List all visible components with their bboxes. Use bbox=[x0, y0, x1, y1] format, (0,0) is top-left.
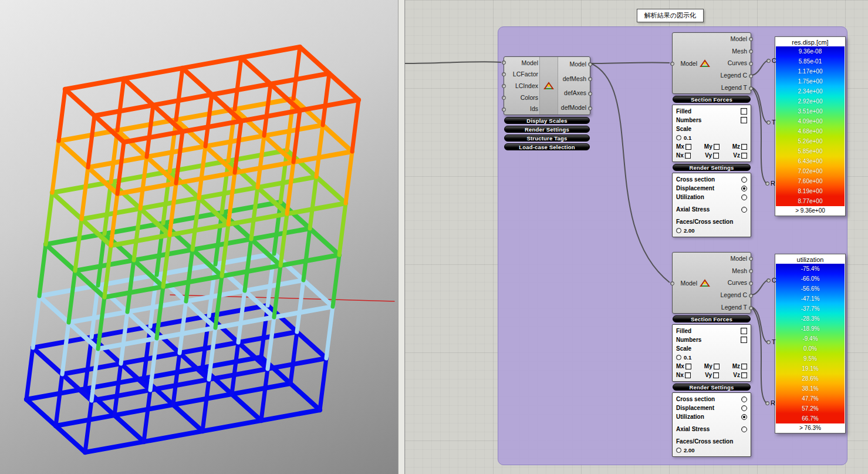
output-grip-legend-c[interactable] bbox=[749, 74, 753, 78]
output-grip-legend-t[interactable] bbox=[749, 306, 753, 310]
legend-value: 4.09e+00 bbox=[798, 118, 823, 125]
option-radio-cross-section[interactable] bbox=[741, 177, 747, 183]
modelview-body[interactable]: Model LCFactor LCIndex Colors Ids Model … bbox=[504, 56, 590, 115]
render-settings-bar[interactable]: Render Settings bbox=[504, 126, 590, 133]
legend-title: utilization bbox=[776, 255, 845, 264]
stub-r-2[interactable]: R bbox=[765, 399, 775, 406]
render-settings-bar[interactable]: Render Settings bbox=[673, 384, 751, 391]
filled-label: Filled bbox=[676, 108, 691, 115]
stub-grip[interactable] bbox=[766, 59, 771, 63]
column-member bbox=[56, 374, 62, 426]
application-window: 解析結果の図示化 Model LCFactor LCIndex Colors I… bbox=[0, 0, 868, 474]
option-radio-cross-section[interactable] bbox=[741, 396, 747, 402]
option-radio-displacement[interactable] bbox=[741, 405, 747, 411]
input-label-model: Model bbox=[673, 253, 697, 313]
input-grip-model[interactable] bbox=[670, 281, 674, 285]
stub-grip[interactable] bbox=[766, 340, 771, 344]
load-case-selection-bar[interactable]: Load-case Selection bbox=[504, 143, 590, 150]
output-grip-curves[interactable] bbox=[749, 62, 753, 66]
legend-value: 9.5% bbox=[803, 355, 817, 362]
stub-grip[interactable] bbox=[766, 278, 771, 283]
output-grip-mesh[interactable] bbox=[749, 49, 753, 53]
legend-panel-displacement[interactable]: res.disp.[cm] 9.36e-085.85e-011.17e+001.… bbox=[775, 36, 846, 216]
output-grip-defaxes[interactable] bbox=[588, 92, 592, 96]
modelview-component[interactable]: Model LCFactor LCIndex Colors Ids Model … bbox=[504, 56, 590, 150]
stub-grip[interactable] bbox=[765, 181, 769, 186]
structure-3d-view[interactable] bbox=[0, 0, 398, 474]
scale-slider-knob[interactable] bbox=[676, 135, 681, 140]
input-grip-model[interactable] bbox=[670, 62, 674, 66]
beamview-component-utilization[interactable]: Model Model Mesh Curves Legend C Legend … bbox=[672, 252, 751, 457]
grasshopper-canvas[interactable]: 解析結果の図示化 Model LCFactor LCIndex Colors I… bbox=[405, 0, 868, 474]
numbers-checkbox[interactable] bbox=[741, 337, 747, 343]
structure-tags-bar[interactable]: Structure Tags bbox=[504, 135, 590, 142]
stub-t-2[interactable]: T bbox=[766, 338, 776, 345]
stub-c-2[interactable]: C bbox=[766, 277, 776, 284]
stub-grip[interactable] bbox=[765, 401, 769, 405]
vy-label: Vy bbox=[705, 152, 712, 159]
column-member bbox=[170, 183, 176, 235]
input-label-model: Model bbox=[504, 57, 539, 69]
legend-row: 7.02e+00 bbox=[776, 166, 845, 176]
my-checkbox[interactable] bbox=[714, 364, 720, 369]
input-label-model: Model bbox=[673, 33, 697, 93]
scale-value: 0.1 bbox=[684, 354, 691, 361]
option-radio-axial-stress[interactable] bbox=[741, 426, 747, 432]
scale-slider-knob[interactable] bbox=[676, 355, 681, 360]
input-grip-model[interactable] bbox=[502, 60, 506, 65]
input-grip-lcfactor[interactable] bbox=[502, 72, 506, 76]
mz-label: Mz bbox=[732, 143, 740, 150]
output-grip-mesh[interactable] bbox=[749, 269, 753, 273]
beamview-body[interactable]: Model Model Mesh Curves Legend C Legend … bbox=[672, 32, 751, 94]
output-grip-model[interactable] bbox=[749, 257, 753, 261]
output-grip-defmodel[interactable] bbox=[588, 106, 592, 110]
legend-value: 9.36e-08 bbox=[799, 48, 822, 55]
numbers-checkbox[interactable] bbox=[741, 117, 747, 123]
rhino-viewport[interactable] bbox=[0, 0, 398, 474]
stub-r-1[interactable]: R bbox=[765, 180, 775, 187]
my-checkbox[interactable] bbox=[714, 144, 720, 150]
vy-checkbox[interactable] bbox=[713, 372, 719, 378]
section-forces-bar[interactable]: Section Forces bbox=[673, 96, 751, 103]
faces-slider-knob[interactable] bbox=[676, 448, 681, 453]
vz-checkbox[interactable] bbox=[741, 153, 747, 159]
input-grip-ids[interactable] bbox=[502, 107, 506, 112]
output-grip-curves[interactable] bbox=[749, 281, 753, 285]
stub-grip[interactable] bbox=[766, 120, 771, 125]
mx-checkbox[interactable] bbox=[685, 364, 691, 369]
section-forces-bar[interactable]: Section Forces bbox=[673, 315, 751, 322]
legend-value: 5.26e+00 bbox=[798, 138, 823, 144]
beamview-component-displacement[interactable]: Model Model Mesh Curves Legend C Legend … bbox=[672, 32, 751, 237]
option-radio-axial-stress[interactable] bbox=[741, 207, 747, 213]
legend-panel-utilization[interactable]: utilization -75.4%-66.0%-56.6%-47.1%-37.… bbox=[775, 254, 846, 433]
option-radio-displacement[interactable] bbox=[741, 186, 747, 191]
output-grip-legend-t[interactable] bbox=[749, 86, 753, 90]
output-grip-defmesh[interactable] bbox=[588, 77, 592, 81]
mz-checkbox[interactable] bbox=[741, 144, 747, 150]
input-grip-lcindex[interactable] bbox=[502, 84, 506, 88]
column-member bbox=[150, 338, 157, 390]
output-grip-legend-c[interactable] bbox=[749, 294, 753, 298]
stub-t-1[interactable]: T bbox=[766, 119, 776, 126]
filled-checkbox[interactable] bbox=[741, 328, 747, 334]
pane-divider[interactable] bbox=[398, 0, 405, 474]
vz-checkbox[interactable] bbox=[741, 372, 747, 378]
stub-c-1[interactable]: C bbox=[766, 57, 776, 64]
nx-checkbox[interactable] bbox=[685, 153, 691, 159]
filled-checkbox[interactable] bbox=[741, 108, 747, 115]
faces-slider-knob[interactable] bbox=[676, 228, 681, 233]
legend-row: 5.26e+00 bbox=[776, 136, 845, 146]
option-radio-utilization[interactable] bbox=[741, 194, 747, 200]
display-scales-bar[interactable]: Display Scales bbox=[504, 117, 590, 124]
mx-checkbox[interactable] bbox=[685, 144, 691, 150]
input-grip-colors[interactable] bbox=[502, 96, 506, 100]
beamview-body[interactable]: Model Model Mesh Curves Legend C Legend … bbox=[672, 252, 751, 314]
vy-checkbox[interactable] bbox=[713, 153, 719, 159]
output-grip-model[interactable] bbox=[749, 37, 753, 41]
nx-checkbox[interactable] bbox=[685, 372, 691, 378]
option-radio-utilization[interactable] bbox=[741, 414, 747, 420]
render-settings-bar[interactable]: Render Settings bbox=[673, 164, 751, 171]
output-grip-model[interactable] bbox=[588, 62, 592, 66]
mz-checkbox[interactable] bbox=[741, 364, 747, 369]
legend-value: -66.0% bbox=[801, 275, 820, 282]
